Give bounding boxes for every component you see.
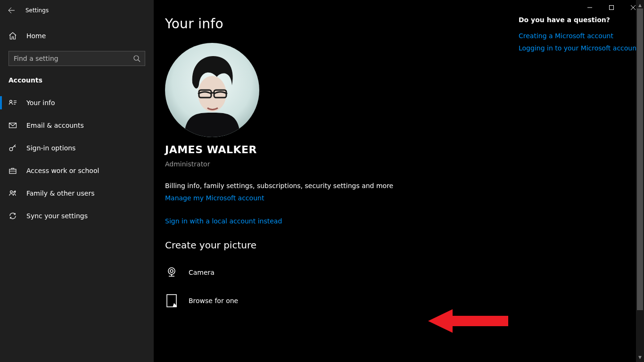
user-name: JAMES WALKER: [165, 144, 507, 156]
content: Your info: [154, 0, 519, 362]
sidebar-header: Settings: [0, 0, 154, 21]
home-nav[interactable]: Home: [0, 25, 154, 46]
main-area: Your info: [154, 0, 644, 362]
help-panel: Do you have a question? Creating a Micro…: [519, 0, 644, 362]
help-title: Do you have a question?: [519, 16, 639, 24]
sidebar-nav: Your info Email & accounts Sign-in optio…: [0, 91, 154, 227]
nav-label: Email & accounts: [26, 122, 84, 129]
nav-label: Access work or school: [26, 167, 99, 174]
manage-account-link[interactable]: Manage my Microsoft account: [165, 194, 264, 202]
window-controls: [579, 0, 644, 15]
back-button[interactable]: [7, 6, 16, 15]
minimize-button[interactable]: [579, 0, 601, 15]
nav-label: Sign-in options: [26, 144, 75, 152]
nav-label: Your info: [26, 99, 55, 107]
maximize-button[interactable]: [601, 0, 622, 15]
svg-point-16: [198, 76, 226, 112]
user-role: Administrator: [165, 160, 507, 168]
help-link-login-account[interactable]: Logging in to your Microsoft account: [519, 44, 639, 52]
svg-point-4: [134, 56, 139, 60]
browse-option[interactable]: Browse for one: [165, 291, 507, 310]
nav-family-other-users[interactable]: Family & other users: [0, 182, 154, 205]
svg-point-11: [9, 148, 13, 151]
create-picture-heading: Create your picture: [165, 239, 507, 251]
svg-point-13: [10, 191, 13, 193]
nav-email-accounts[interactable]: Email & accounts: [0, 114, 154, 137]
camera-icon: [165, 266, 178, 279]
svg-marker-24: [428, 309, 508, 333]
help-link-create-account[interactable]: Creating a Microsoft account: [519, 32, 639, 40]
annotation-arrow: [428, 309, 508, 333]
avatar-illustration: [165, 43, 259, 137]
page-title: Your info: [165, 16, 507, 32]
scroll-thumb[interactable]: [637, 8, 643, 310]
search-input[interactable]: [14, 55, 132, 62]
mail-icon: [8, 121, 17, 130]
nav-your-info[interactable]: Your info: [0, 91, 154, 114]
local-account-link[interactable]: Sign in with a local account instead: [165, 217, 282, 225]
search-box[interactable]: [8, 51, 145, 66]
settings-window: Settings Home Accounts Your info: [0, 0, 644, 362]
person-card-icon: [8, 99, 17, 107]
window-title: Settings: [25, 7, 49, 14]
people-icon: [8, 189, 17, 197]
sync-icon: [8, 212, 17, 220]
svg-point-20: [168, 268, 175, 274]
briefcase-icon: [8, 166, 17, 175]
svg-point-21: [170, 270, 173, 272]
nav-sync-settings[interactable]: Sync your settings: [0, 205, 154, 227]
scroll-down-icon[interactable]: ▼: [636, 353, 644, 361]
scrollbar[interactable]: ▲ ▼: [636, 0, 644, 362]
home-icon: [8, 32, 17, 40]
nav-label: Sync your settings: [26, 212, 88, 220]
svg-line-5: [138, 60, 140, 62]
sidebar: Settings Home Accounts Your info: [0, 0, 154, 362]
key-icon: [8, 144, 17, 152]
account-description: Billing info, family settings, subscript…: [165, 182, 507, 189]
sidebar-category: Accounts: [0, 66, 154, 87]
search-icon: [132, 54, 141, 63]
profile-picture: [165, 43, 259, 137]
nav-signin-options[interactable]: Sign-in options: [0, 137, 154, 159]
camera-option[interactable]: Camera: [165, 263, 507, 282]
nav-label: Family & other users: [26, 189, 94, 197]
camera-label: Camera: [189, 269, 215, 276]
svg-point-6: [10, 100, 12, 103]
svg-rect-1: [610, 6, 614, 10]
nav-access-work-school[interactable]: Access work or school: [0, 159, 154, 182]
browse-label: Browse for one: [189, 297, 238, 304]
close-button[interactable]: [622, 0, 644, 15]
picture-file-icon: [165, 294, 178, 307]
home-label: Home: [26, 32, 46, 40]
